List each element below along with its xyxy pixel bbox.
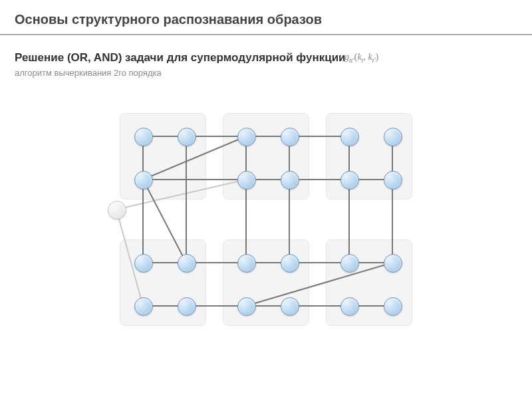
node <box>340 297 359 316</box>
edge <box>246 263 392 306</box>
node <box>134 297 153 316</box>
algorithm-label: алгоритм вычеркивания 2го порядка <box>0 66 532 78</box>
edge <box>143 136 246 180</box>
formula-sub: tt' <box>349 57 354 64</box>
formula: gtt'(kt, kt') <box>344 52 378 64</box>
node <box>281 254 299 273</box>
slide: Основы структурного распознавания образо… <box>0 0 532 399</box>
node <box>237 254 256 273</box>
node <box>178 297 196 316</box>
node <box>281 128 299 146</box>
node <box>281 171 299 190</box>
node <box>237 128 256 146</box>
node <box>384 171 402 190</box>
node <box>134 128 153 146</box>
graph-diagram <box>106 113 426 379</box>
node <box>178 254 196 273</box>
edges-layer <box>106 113 426 379</box>
node <box>340 128 359 146</box>
node-faded <box>108 201 126 219</box>
node <box>237 171 256 190</box>
node <box>384 128 402 146</box>
node <box>237 297 256 316</box>
edge <box>143 180 186 263</box>
node <box>281 297 299 316</box>
node <box>178 128 196 146</box>
node <box>384 254 402 273</box>
formula-g: g <box>344 52 349 62</box>
node <box>134 254 153 273</box>
subtitle-block: Решение (OR, AND) задачи для супермодуля… <box>0 35 532 66</box>
page-title: Основы структурного распознавания образо… <box>0 0 532 34</box>
node <box>340 171 359 190</box>
subtitle: Решение (OR, AND) задачи для супермодуля… <box>15 51 346 64</box>
node <box>340 254 359 273</box>
paren-close: ) <box>376 52 379 62</box>
node <box>384 297 402 316</box>
node <box>134 171 153 190</box>
